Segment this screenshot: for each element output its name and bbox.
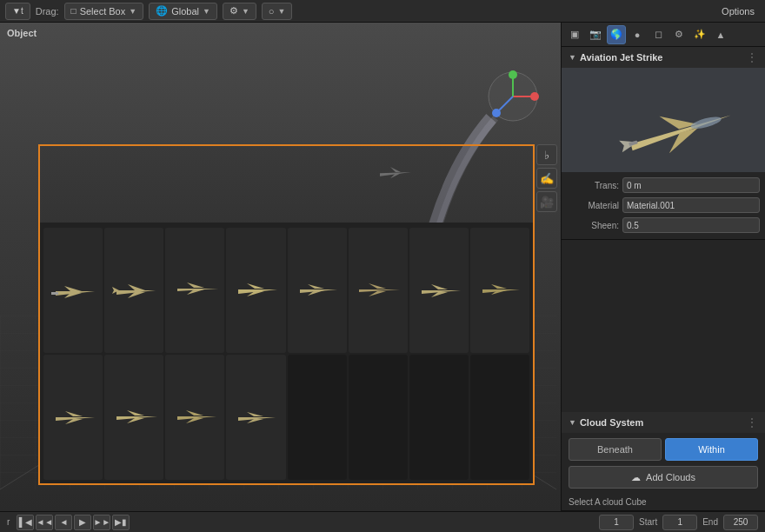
section-collapse-arrow: ▼ bbox=[569, 53, 576, 62]
step-fwd-btn[interactable]: ►► bbox=[93, 515, 110, 530]
svg-point-10 bbox=[509, 70, 517, 79]
jet-preview bbox=[562, 68, 765, 172]
gizmo[interactable] bbox=[482, 66, 543, 136]
selection-box bbox=[38, 144, 535, 485]
playback-controls: ▌◀ ◄◄ ◄ ▶ ►► ▶▮ bbox=[17, 515, 130, 530]
proportional-arrow: ▼ bbox=[277, 7, 285, 16]
select-box-btn[interactable]: □ Select Box ▼ bbox=[64, 3, 144, 20]
bottom-bar: r ▌◀ ◄◄ ◄ ▶ ►► ▶▮ 1 Start 1 End 250 bbox=[0, 511, 765, 532]
main-layout: Object ♭ ✍ 🎥 bbox=[0, 23, 765, 511]
svg-point-8 bbox=[530, 92, 539, 101]
global-arrow: ▼ bbox=[203, 7, 210, 16]
cloud-system-section: ▼ Cloud System ⋮ Beneath Within ☁ Add Cl… bbox=[562, 412, 765, 511]
drag-label: Drag: bbox=[36, 6, 59, 17]
prop-row-sheen: Sheen: 0.5 bbox=[567, 216, 760, 235]
marker-label: r bbox=[7, 517, 10, 527]
jump-end-btn[interactable]: ▶▮ bbox=[112, 515, 130, 530]
proportional-icon: ○ bbox=[269, 6, 275, 17]
material-value[interactable]: Material.001 bbox=[622, 197, 760, 213]
panel-icon-object[interactable]: ◻ bbox=[649, 25, 668, 44]
global-icon: 🌐 bbox=[156, 5, 168, 17]
cloud-section-header[interactable]: ▼ Cloud System ⋮ bbox=[562, 412, 765, 433]
select-box-icon: □ bbox=[71, 6, 76, 16]
cloud-section-menu[interactable]: ⋮ bbox=[746, 416, 758, 429]
aviation-section: ▼ Aviation Jet Strike ⋮ bbox=[562, 47, 765, 240]
cloud-icon: ☁ bbox=[631, 472, 641, 483]
global-btn[interactable]: 🌐 Global ▼ bbox=[149, 3, 217, 20]
right-panel: ▣ 📷 🌎 ● ◻ ⚙ ✨ ▲ ▼ Aviation Jet Strike ⋮ bbox=[561, 23, 765, 511]
trans-label: Trans: bbox=[567, 181, 619, 190]
panel-spacer bbox=[562, 240, 765, 412]
mode-selector[interactable]: ▼t bbox=[5, 3, 30, 20]
prop-row-trans: Trans: 0 m bbox=[567, 176, 760, 195]
aviation-section-title: Aviation Jet Strike bbox=[580, 52, 663, 63]
within-btn[interactable]: Within bbox=[665, 438, 758, 461]
panel-icons-row: ▣ 📷 🌎 ● ◻ ⚙ ✨ ▲ bbox=[562, 23, 765, 47]
proportional-btn[interactable]: ○ ▼ bbox=[262, 3, 293, 20]
mode-label: ▼t bbox=[12, 6, 23, 16]
panel-icon-physics[interactable]: ▲ bbox=[711, 25, 730, 44]
play-fwd-btn[interactable]: ▶ bbox=[74, 515, 91, 530]
trans-value[interactable]: 0 m bbox=[622, 177, 760, 193]
select-box-label: Select Box bbox=[80, 6, 126, 17]
zoom-tool[interactable]: ♭ bbox=[536, 144, 557, 165]
add-clouds-btn[interactable]: ☁ Add Clouds bbox=[569, 466, 758, 489]
pan-tool[interactable]: ✍ bbox=[536, 168, 557, 189]
step-back-btn[interactable]: ◄◄ bbox=[36, 515, 53, 530]
snap-icon: ⚙ bbox=[230, 5, 238, 17]
select-box-arrow: ▼ bbox=[129, 7, 136, 16]
start-frame[interactable]: 1 bbox=[662, 515, 697, 530]
panel-icon-output[interactable]: 📷 bbox=[586, 25, 605, 44]
cloud-collapse-arrow: ▼ bbox=[569, 418, 576, 427]
sheen-label: Sheen: bbox=[567, 221, 619, 230]
panel-icon-particles[interactable]: ✨ bbox=[690, 25, 709, 44]
cloud-section-title: Cloud System bbox=[580, 417, 643, 428]
properties-rows: Trans: 0 m Material Material.001 Sheen: … bbox=[562, 172, 765, 239]
viewport-mode: Object bbox=[7, 28, 37, 38]
jet-preview-svg bbox=[594, 76, 733, 163]
play-back-btn[interactable]: ◄ bbox=[55, 515, 72, 530]
panel-icon-modifier[interactable]: ⚙ bbox=[669, 25, 688, 44]
svg-point-12 bbox=[492, 109, 501, 117]
aviation-section-header[interactable]: ▼ Aviation Jet Strike ⋮ bbox=[562, 47, 765, 68]
add-clouds-label: Add Clouds bbox=[646, 472, 695, 482]
global-label: Global bbox=[171, 6, 199, 17]
select-cloud-text: Select A cloud Cube bbox=[562, 494, 765, 510]
snap-btn[interactable]: ⚙ ▼ bbox=[223, 3, 256, 20]
viewport[interactable]: Object ♭ ✍ 🎥 bbox=[0, 23, 561, 511]
viewport-tools: ♭ ✍ 🎥 bbox=[536, 144, 557, 212]
current-frame[interactable]: 1 bbox=[599, 515, 634, 530]
cloud-buttons: Beneath Within bbox=[562, 433, 765, 466]
panel-icon-world[interactable]: ● bbox=[628, 25, 647, 44]
jump-start-btn[interactable]: ▌◀ bbox=[17, 515, 34, 530]
end-frame[interactable]: 250 bbox=[723, 515, 758, 530]
frame-controls: 1 Start 1 End 250 bbox=[599, 515, 758, 530]
snap-arrow: ▼ bbox=[242, 7, 249, 16]
panel-icon-scene[interactable]: 🌎 bbox=[607, 25, 626, 44]
sheen-value[interactable]: 0.5 bbox=[622, 217, 760, 233]
top-toolbar: ▼t Drag: □ Select Box ▼ 🌐 Global ▼ ⚙ ▼ ○… bbox=[0, 0, 765, 23]
viewport-header: Object bbox=[0, 23, 561, 43]
panel-icon-render[interactable]: ▣ bbox=[565, 25, 584, 44]
section-menu-dots[interactable]: ⋮ bbox=[746, 50, 758, 64]
beneath-btn[interactable]: Beneath bbox=[569, 438, 662, 461]
material-label: Material bbox=[567, 201, 619, 210]
gizmo-svg bbox=[482, 66, 543, 127]
end-label: End bbox=[702, 517, 718, 527]
prop-row-material: Material Material.001 bbox=[567, 196, 760, 215]
options-btn[interactable]: Options bbox=[716, 4, 760, 18]
start-label: Start bbox=[639, 517, 657, 527]
camera-tool[interactable]: 🎥 bbox=[536, 191, 557, 212]
